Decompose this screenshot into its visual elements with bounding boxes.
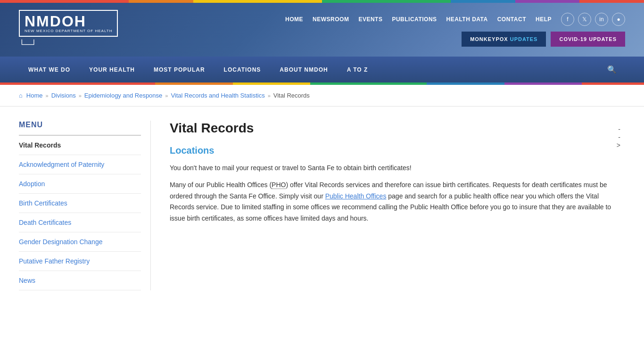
top-nav: HOME NEWSROOM EVENTS PUBLICATIONS HEALTH… (285, 16, 552, 23)
sidebar-item-vital-records[interactable]: Vital Records (19, 136, 141, 155)
nav-newsroom[interactable]: NEWSROOM (313, 16, 349, 23)
breadcrumb-separator: » (79, 93, 82, 99)
nav-contact[interactable]: CONTACT (497, 16, 526, 23)
nav-events[interactable]: EVENTS (358, 16, 382, 23)
covid-updates-button[interactable]: COVID-19 UPDATES (551, 32, 625, 47)
breadcrumb-home[interactable]: Home (26, 92, 43, 99)
paragraph-1: You don't have to mail your request or t… (170, 163, 625, 174)
expand-minus-1[interactable]: - (618, 125, 620, 133)
sidebar-item-birth-certificates[interactable]: Birth Certificates (19, 194, 141, 213)
list-item: Putative Father Registry (19, 252, 141, 271)
list-item: Vital Records (19, 136, 141, 155)
color-bar-segment (582, 82, 644, 85)
public-health-offices-link[interactable]: Public Health Offices (325, 192, 387, 200)
monkeypox-highlight: UPDATES (510, 36, 538, 42)
sidebar-item-acknowledgment[interactable]: Acknowledgment of Paternity (19, 155, 141, 174)
list-item: Birth Certificates (19, 194, 141, 213)
main-nav-links: WHAT WE DO YOUR HEALTH MOST POPULAR LOCA… (19, 58, 377, 82)
header-right: HOME NEWSROOM EVENTS PUBLICATIONS HEALTH… (285, 13, 625, 47)
page-title: Vital Records (170, 121, 625, 136)
breadcrumb: ⌂ Home » Divisions » Epidemiology and Re… (0, 85, 644, 107)
list-item: Gender Designation Change (19, 232, 141, 252)
expand-gt[interactable]: > (617, 141, 620, 149)
update-buttons: MONKEYPOX UPDATES COVID-19 UPDATES (462, 32, 625, 47)
nav-help[interactable]: HELP (536, 16, 552, 23)
color-bar-segment (129, 0, 193, 3)
list-item: Acknowledgment of Paternity (19, 155, 141, 174)
pho-abbreviation: PHO (272, 181, 286, 189)
main-nav: WHAT WE DO YOUR HEALTH MOST POPULAR LOCA… (0, 57, 644, 82)
list-item: Death Certificates (19, 213, 141, 232)
sidebar-item-putative-father[interactable]: Putative Father Registry (19, 252, 141, 271)
color-bar-segment (322, 0, 354, 3)
logo-bracket: └─┘ (19, 40, 37, 49)
main-nav-locations[interactable]: LOCATIONS (215, 58, 271, 82)
sidebar-item-adoption[interactable]: Adoption (19, 174, 141, 193)
expand-minus-2[interactable]: - (618, 133, 620, 141)
content-wrapper: MENU Vital Records Acknowledgment of Pat… (0, 107, 644, 304)
sidebar-item-death-certificates[interactable]: Death Certificates (19, 213, 141, 232)
color-bar-segment (427, 82, 504, 85)
bottom-color-bar (0, 82, 644, 85)
nav-publications[interactable]: PUBLICATIONS (392, 16, 437, 23)
sidebar: MENU Vital Records Acknowledgment of Pat… (19, 121, 151, 290)
linkedin-icon[interactable]: in (595, 13, 608, 26)
main-nav-most-popular[interactable]: MOST POPULAR (144, 58, 215, 82)
breadcrumb-separator: » (46, 93, 49, 99)
logo-box: NMDOH NEW MEXICO DEPARTMENT OF HEALTH (19, 10, 118, 37)
monkeypox-updates-button[interactable]: MONKEYPOX UPDATES (462, 32, 546, 47)
twitter-icon[interactable]: 𝕏 (578, 13, 591, 26)
list-item: News (19, 271, 141, 290)
nav-home[interactable]: HOME (285, 16, 303, 23)
color-bar-segment (310, 82, 333, 85)
paragraph-2-start: Many of our Public Health Offices ( (170, 181, 272, 189)
sidebar-nav: Vital Records Acknowledgment of Paternit… (19, 136, 141, 290)
logo-area: NMDOH NEW MEXICO DEPARTMENT OF HEALTH └─… (19, 10, 118, 49)
breadcrumb-epidemiology[interactable]: Epidemiology and Response (84, 92, 163, 99)
sidebar-item-gender-designation[interactable]: Gender Designation Change (19, 232, 141, 251)
logo-subtitle: NEW MEXICO DEPARTMENT OF HEALTH (25, 29, 112, 33)
color-bar-segment (155, 82, 233, 85)
list-item: Adoption (19, 174, 141, 194)
home-icon: ⌂ (19, 92, 23, 99)
logo-nmdoh-text: NMDOH (25, 14, 112, 29)
main-nav-about-nmdoh[interactable]: ABOUT NMDOH (270, 58, 337, 82)
section-title-locations: Locations (170, 145, 625, 156)
main-content: - - > Vital Records Locations You don't … (151, 121, 625, 290)
nav-health-data[interactable]: HEALTH DATA (446, 16, 488, 23)
color-bar-segment (579, 0, 644, 3)
social-icons: f 𝕏 in ● (561, 13, 625, 26)
breadcrumb-current: Vital Records (273, 92, 310, 99)
instagram-icon[interactable]: ● (612, 13, 625, 26)
color-bar-segment (354, 0, 451, 3)
breadcrumb-separator: » (268, 93, 271, 99)
color-bar-segment (0, 0, 129, 3)
facebook-icon[interactable]: f (561, 13, 574, 26)
color-bar-segment (515, 0, 580, 3)
breadcrumb-divisions[interactable]: Divisions (51, 92, 76, 99)
main-nav-what-we-do[interactable]: WHAT WE DO (19, 58, 80, 82)
color-bar-segment (193, 0, 322, 3)
breadcrumb-separator: » (165, 93, 168, 99)
main-nav-your-health[interactable]: YOUR HEALTH (80, 58, 144, 82)
search-icon[interactable]: 🔍 (599, 57, 625, 82)
site-header: NMDOH NEW MEXICO DEPARTMENT OF HEALTH └─… (0, 3, 644, 57)
main-nav-a-to-z[interactable]: A TO Z (338, 58, 378, 82)
paragraph-2: Many of our Public Health Offices (PHO) … (170, 180, 625, 224)
color-bar-segment (233, 82, 311, 85)
breadcrumb-vital-records-health[interactable]: Vital Records and Health Statistics (171, 92, 264, 99)
sidebar-item-news[interactable]: News (19, 271, 141, 290)
color-bar-segment (0, 82, 155, 85)
monkeypox-label: MONKEYPOX (470, 36, 510, 42)
color-bar-segment (504, 82, 582, 85)
sidebar-menu-label: MENU (19, 121, 141, 129)
color-bar-segment (451, 0, 515, 3)
color-bar-segment (334, 82, 427, 85)
expand-controls: - - > (617, 125, 620, 149)
top-color-bar (0, 0, 644, 3)
